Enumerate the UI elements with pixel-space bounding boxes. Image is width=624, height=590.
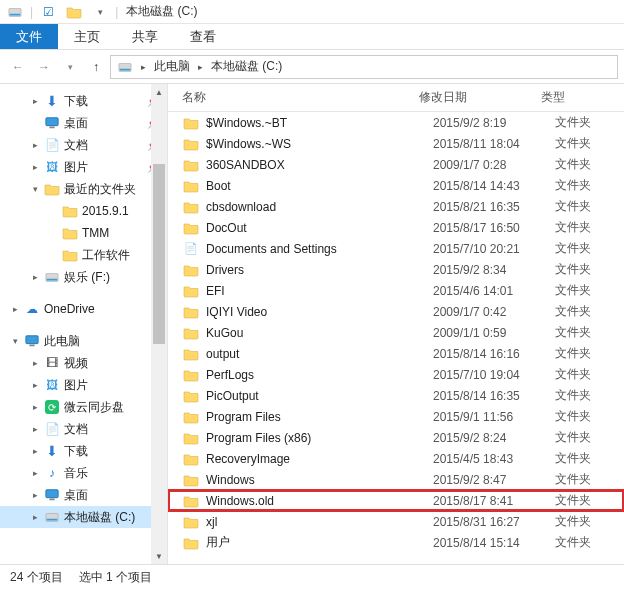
file-row[interactable]: PerfLogs2015/7/10 19:04文件夹 bbox=[168, 364, 624, 385]
tree-item-cdrive[interactable]: ▸本地磁盘 (C:) bbox=[0, 506, 167, 528]
expander-icon[interactable]: ▸ bbox=[10, 304, 20, 314]
folder-icon bbox=[183, 200, 199, 214]
tree-item-weiyun[interactable]: ▸⟳微云同步盘 bbox=[0, 396, 167, 418]
folder-icon bbox=[183, 410, 199, 424]
breadcrumb-arrow[interactable]: ▸ bbox=[196, 62, 205, 72]
file-row[interactable]: 用户2015/8/14 15:14文件夹 bbox=[168, 532, 624, 553]
file-row[interactable]: Windows2015/9/2 8:47文件夹 bbox=[168, 469, 624, 490]
tree-item-downloads[interactable]: ▸⬇下载📌 bbox=[0, 90, 167, 112]
expander-icon[interactable]: ▸ bbox=[30, 468, 40, 478]
file-type: 文件夹 bbox=[555, 282, 591, 299]
file-row[interactable]: Windows.old2015/8/17 8:41文件夹 bbox=[168, 490, 624, 511]
breadcrumb-pc[interactable]: 此电脑 bbox=[152, 58, 192, 75]
expander-icon[interactable]: ▾ bbox=[30, 184, 40, 194]
expander-icon[interactable]: ▸ bbox=[30, 402, 40, 412]
file-row[interactable]: 360SANDBOX2009/1/7 0:28文件夹 bbox=[168, 154, 624, 175]
expander-icon[interactable]: ▸ bbox=[30, 272, 40, 282]
scroll-up-icon[interactable]: ▲ bbox=[151, 84, 167, 100]
tree-item-pictures[interactable]: ▸🖼图片📌 bbox=[0, 156, 167, 178]
expander-icon[interactable]: ▸ bbox=[30, 512, 40, 522]
tree-label: 桌面 bbox=[64, 487, 88, 504]
titlebar: | ☑ ▾ | 本地磁盘 (C:) bbox=[0, 0, 624, 24]
file-row[interactable]: cbsdownload2015/8/21 16:35文件夹 bbox=[168, 196, 624, 217]
tree-item-videos[interactable]: ▸🎞视频 bbox=[0, 352, 167, 374]
status-count: 24 个项目 bbox=[10, 569, 63, 586]
file-row[interactable]: output2015/8/14 16:16文件夹 bbox=[168, 343, 624, 364]
downloads-icon: ⬇ bbox=[44, 93, 60, 109]
file-row[interactable]: Drivers2015/9/2 8:34文件夹 bbox=[168, 259, 624, 280]
tree-item-item_2015[interactable]: 2015.9.1 bbox=[0, 200, 167, 222]
back-button[interactable]: ← bbox=[6, 55, 30, 79]
documents-icon: 📄 bbox=[44, 421, 60, 437]
expander-icon[interactable]: ▸ bbox=[30, 162, 40, 172]
file-type: 文件夹 bbox=[555, 324, 591, 341]
music-icon: ♪ bbox=[44, 465, 60, 481]
tab-home[interactable]: 主页 bbox=[58, 24, 116, 49]
navigation-pane: ▸⬇下载📌桌面📌▸📄文档📌▸🖼图片📌▾最近的文件夹2015.9.1TMM工作软件… bbox=[0, 84, 168, 564]
file-row[interactable]: 📄Documents and Settings2015/7/10 20:21文件… bbox=[168, 238, 624, 259]
file-row[interactable]: $Windows.~BT2015/9/2 8:19文件夹 bbox=[168, 112, 624, 133]
file-row[interactable]: xjl2015/8/31 16:27文件夹 bbox=[168, 511, 624, 532]
folder-icon bbox=[183, 221, 199, 235]
tab-share[interactable]: 共享 bbox=[116, 24, 174, 49]
column-type[interactable]: 类型 bbox=[541, 89, 624, 106]
tree-item-downloads2[interactable]: ▸⬇下载 bbox=[0, 440, 167, 462]
qat-dropdown[interactable]: ▾ bbox=[89, 2, 111, 22]
tree-item-pictures2[interactable]: ▸🖼图片 bbox=[0, 374, 167, 396]
file-list: $Windows.~BT2015/9/2 8:19文件夹$Windows.~WS… bbox=[168, 112, 624, 564]
window-title: 本地磁盘 (C:) bbox=[126, 3, 197, 20]
file-row[interactable]: KuGou2009/1/1 0:59文件夹 bbox=[168, 322, 624, 343]
tree-item-desktop2[interactable]: ▸桌面 bbox=[0, 484, 167, 506]
expander-icon[interactable]: ▸ bbox=[30, 490, 40, 500]
file-type: 文件夹 bbox=[555, 114, 591, 131]
tab-view[interactable]: 查看 bbox=[174, 24, 232, 49]
expander-icon[interactable]: ▸ bbox=[30, 424, 40, 434]
tree-item-ent[interactable]: ▸娱乐 (F:) bbox=[0, 266, 167, 288]
file-row[interactable]: Program Files2015/9/1 11:56文件夹 bbox=[168, 406, 624, 427]
file-row[interactable]: Program Files (x86)2015/9/2 8:24文件夹 bbox=[168, 427, 624, 448]
file-row[interactable]: EFI2015/4/6 14:01文件夹 bbox=[168, 280, 624, 301]
tree-item-desktop[interactable]: 桌面📌 bbox=[0, 112, 167, 134]
expander-icon[interactable]: ▸ bbox=[30, 446, 40, 456]
tree-item-documents2[interactable]: ▸📄文档 bbox=[0, 418, 167, 440]
qat-checkbox[interactable]: ☑ bbox=[37, 2, 59, 22]
expander-icon[interactable]: ▸ bbox=[30, 358, 40, 368]
breadcrumb-arrow[interactable]: ▸ bbox=[139, 62, 148, 72]
tree-item-music[interactable]: ▸♪音乐 bbox=[0, 462, 167, 484]
column-name[interactable]: 名称 bbox=[168, 89, 419, 106]
breadcrumb-drive[interactable]: 本地磁盘 (C:) bbox=[209, 58, 284, 75]
file-row[interactable]: RecoveryImage2015/4/5 18:43文件夹 bbox=[168, 448, 624, 469]
file-row[interactable]: Boot2015/8/14 14:43文件夹 bbox=[168, 175, 624, 196]
file-type: 文件夹 bbox=[555, 156, 591, 173]
tree-item-onedrive[interactable]: ▸☁OneDrive bbox=[0, 298, 167, 320]
file-type: 文件夹 bbox=[555, 240, 591, 257]
recent-dropdown[interactable]: ▾ bbox=[58, 55, 82, 79]
tree-item-recent[interactable]: ▾最近的文件夹 bbox=[0, 178, 167, 200]
scroll-thumb[interactable] bbox=[153, 164, 165, 344]
expander-icon[interactable]: ▸ bbox=[30, 140, 40, 150]
video-icon: 🎞 bbox=[44, 355, 60, 371]
tab-file[interactable]: 文件 bbox=[0, 24, 58, 49]
breadcrumb-root-icon[interactable] bbox=[115, 60, 135, 74]
column-date[interactable]: 修改日期 bbox=[419, 89, 541, 106]
tree-item-documents[interactable]: ▸📄文档📌 bbox=[0, 134, 167, 156]
expander-icon[interactable]: ▸ bbox=[30, 380, 40, 390]
tree-item-worksw[interactable]: 工作软件 bbox=[0, 244, 167, 266]
file-type: 文件夹 bbox=[555, 429, 591, 446]
status-selected: 选中 1 个项目 bbox=[79, 569, 152, 586]
file-row[interactable]: PicOutput2015/8/14 16:35文件夹 bbox=[168, 385, 624, 406]
sidebar-scrollbar[interactable]: ▲ ▼ bbox=[151, 84, 167, 564]
up-button[interactable]: ↑ bbox=[84, 55, 108, 79]
scroll-down-icon[interactable]: ▼ bbox=[151, 548, 167, 564]
tree-label: 娱乐 (F:) bbox=[64, 269, 110, 286]
expander-icon[interactable]: ▾ bbox=[10, 336, 20, 346]
file-row[interactable]: DocOut2015/8/17 16:50文件夹 bbox=[168, 217, 624, 238]
tree-item-tmm[interactable]: TMM bbox=[0, 222, 167, 244]
column-headers: 名称 修改日期 类型 bbox=[168, 84, 624, 112]
file-row[interactable]: IQIYI Video2009/1/7 0:42文件夹 bbox=[168, 301, 624, 322]
address-bar[interactable]: ▸ 此电脑 ▸ 本地磁盘 (C:) bbox=[110, 55, 618, 79]
folder-icon bbox=[183, 536, 199, 550]
tree-item-thispc[interactable]: ▾此电脑 bbox=[0, 330, 167, 352]
file-row[interactable]: $Windows.~WS2015/8/11 18:04文件夹 bbox=[168, 133, 624, 154]
expander-icon[interactable]: ▸ bbox=[30, 96, 40, 106]
